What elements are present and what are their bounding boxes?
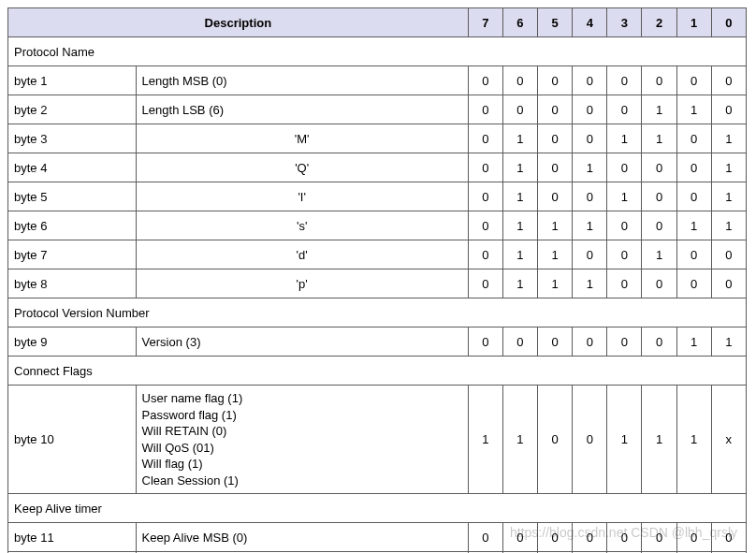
flag-line: Clean Session (1): [142, 473, 462, 489]
bit: 0: [538, 66, 573, 95]
bit: 0: [676, 523, 711, 552]
row-byte-10: byte 10 User name flag (1) Password flag…: [8, 386, 747, 494]
bit: 1: [502, 182, 537, 211]
bit: 1: [642, 124, 676, 153]
flag-line: Will flag (1): [142, 456, 462, 473]
byte-label: byte 7: [8, 240, 137, 269]
bit: 0: [538, 153, 573, 182]
bit: 0: [642, 211, 676, 240]
bit: 0: [676, 182, 711, 211]
header-bit-3: 3: [607, 8, 642, 37]
bit: 1: [607, 124, 642, 153]
bit: 1: [676, 327, 711, 357]
byte-desc: 'd': [136, 240, 468, 269]
bit: 0: [607, 153, 642, 182]
bit: 1: [676, 95, 711, 124]
byte-desc: 'p': [136, 269, 468, 298]
bit: 1: [607, 182, 642, 211]
bit: 1: [502, 386, 537, 494]
bit: x: [711, 386, 746, 494]
bit: 0: [468, 124, 502, 153]
bit: 0: [573, 327, 607, 357]
bit: 0: [502, 327, 537, 357]
bit: 1: [711, 153, 746, 182]
section-label: Connect Flags: [8, 357, 747, 386]
bit: 0: [502, 95, 537, 124]
bit: 0: [573, 182, 607, 211]
flag-line: Password flag (1): [142, 407, 462, 424]
bit: 1: [502, 269, 537, 298]
byte-label: byte 9: [8, 327, 137, 357]
row-byte-6: byte 6 's' 0 1 1 1 0 0 1 1: [8, 211, 747, 240]
bit: 1: [573, 269, 607, 298]
section-keep-alive: Keep Alive timer: [8, 494, 747, 523]
bit: 0: [607, 95, 642, 124]
bit: 0: [468, 269, 502, 298]
bit: 0: [711, 523, 746, 552]
bit: 0: [607, 523, 642, 552]
bit: 0: [538, 523, 573, 552]
bit: 0: [468, 327, 502, 357]
header-row: Description 7 6 5 4 3 2 1 0: [8, 8, 747, 37]
header-desc: Description: [8, 8, 469, 37]
bit: 0: [502, 66, 537, 95]
bit: 0: [676, 269, 711, 298]
bit: 0: [573, 124, 607, 153]
header-bit-5: 5: [538, 8, 573, 37]
byte-desc: 'I': [136, 182, 468, 211]
bit: 1: [468, 386, 502, 494]
byte-desc: 'M': [136, 124, 468, 153]
flag-line: Will RETAIN (0): [142, 423, 462, 440]
bit: 0: [676, 153, 711, 182]
section-protocol-name: Protocol Name: [8, 37, 747, 66]
section-label: Protocol Version Number: [8, 298, 747, 327]
bit: 1: [642, 386, 676, 494]
row-byte-3: byte 3 'M' 0 1 0 0 1 1 0 1: [8, 124, 747, 153]
header-bit-7: 7: [468, 8, 502, 37]
bit: 0: [711, 95, 746, 124]
bit: 0: [711, 269, 746, 298]
byte-desc: Length LSB (6): [136, 95, 468, 124]
bit: 1: [502, 153, 537, 182]
bit: 0: [538, 182, 573, 211]
bit: 0: [502, 523, 537, 552]
byte-label: byte 4: [8, 153, 137, 182]
row-byte-4: byte 4 'Q' 0 1 0 1 0 0 0 1: [8, 153, 747, 182]
bit: 0: [607, 269, 642, 298]
bit: 0: [642, 523, 676, 552]
bit: 0: [642, 153, 676, 182]
byte-label: byte 10: [8, 386, 137, 494]
bit: 0: [642, 269, 676, 298]
bit: 0: [538, 386, 573, 494]
bit: 0: [642, 327, 676, 357]
bit: 1: [642, 240, 676, 269]
bit: 1: [538, 269, 573, 298]
header-bit-6: 6: [502, 8, 537, 37]
bit: 0: [468, 211, 502, 240]
bit: 1: [711, 182, 746, 211]
bit: 0: [642, 66, 676, 95]
bit: 0: [538, 124, 573, 153]
row-byte-8: byte 8 'p' 0 1 1 1 0 0 0 0: [8, 269, 747, 298]
bit: 1: [676, 211, 711, 240]
row-byte-11: byte 11 Keep Alive MSB (0) 0 0 0 0 0 0 0…: [8, 523, 747, 552]
bit: 1: [573, 211, 607, 240]
byte-label: byte 6: [8, 211, 137, 240]
bit: 1: [676, 386, 711, 494]
row-byte-1: byte 1 Length MSB (0) 0 0 0 0 0 0 0 0: [8, 66, 747, 95]
header-bit-4: 4: [573, 8, 607, 37]
row-byte-9: byte 9 Version (3) 0 0 0 0 0 0 1 1: [8, 327, 747, 357]
bit: 0: [468, 66, 502, 95]
bit: 0: [573, 66, 607, 95]
flag-line: Will QoS (01): [142, 440, 462, 457]
header-bit-0: 0: [711, 8, 746, 37]
bit: 1: [573, 153, 607, 182]
bit: 0: [676, 66, 711, 95]
bit: 0: [468, 95, 502, 124]
byte-desc: 'Q': [136, 153, 468, 182]
bit: 0: [573, 386, 607, 494]
bit: 0: [468, 153, 502, 182]
bit: 1: [711, 124, 746, 153]
bit: 1: [538, 211, 573, 240]
byte-desc: Length MSB (0): [136, 66, 468, 95]
